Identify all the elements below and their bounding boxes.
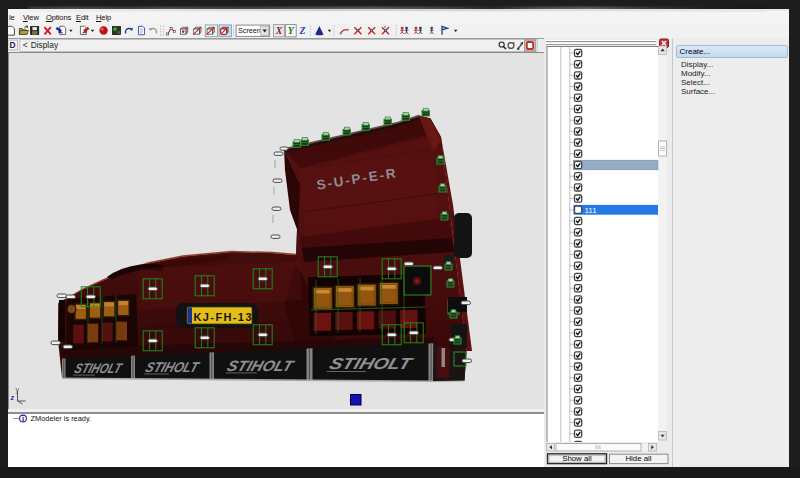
- svg-text:STIHOLT: STIHOLT: [327, 355, 416, 373]
- svg-text:Display: Display: [31, 40, 59, 50]
- svg-text:<: <: [23, 40, 28, 50]
- svg-text:Hide all: Hide all: [625, 454, 651, 463]
- svg-text:Y: Y: [288, 25, 295, 36]
- svg-text:i: i: [22, 414, 24, 423]
- svg-text:STIHOLT: STIHOLT: [144, 359, 202, 375]
- svg-text:D: D: [10, 40, 16, 50]
- svg-text:Screen: Screen: [238, 26, 261, 35]
- svg-text:Show all: Show all: [562, 454, 592, 463]
- svg-text:z: z: [10, 394, 15, 401]
- svg-text:ZModeler is ready.: ZModeler is ready.: [31, 414, 92, 423]
- svg-text:111: 111: [585, 206, 598, 215]
- svg-text:Z: Z: [299, 25, 306, 36]
- svg-text:KJ-FH-13: KJ-FH-13: [194, 311, 252, 323]
- svg-text:STIHOLT: STIHOLT: [73, 361, 125, 377]
- svg-text:STIHOLT: STIHOLT: [225, 357, 297, 374]
- svg-text:X: X: [275, 25, 283, 36]
